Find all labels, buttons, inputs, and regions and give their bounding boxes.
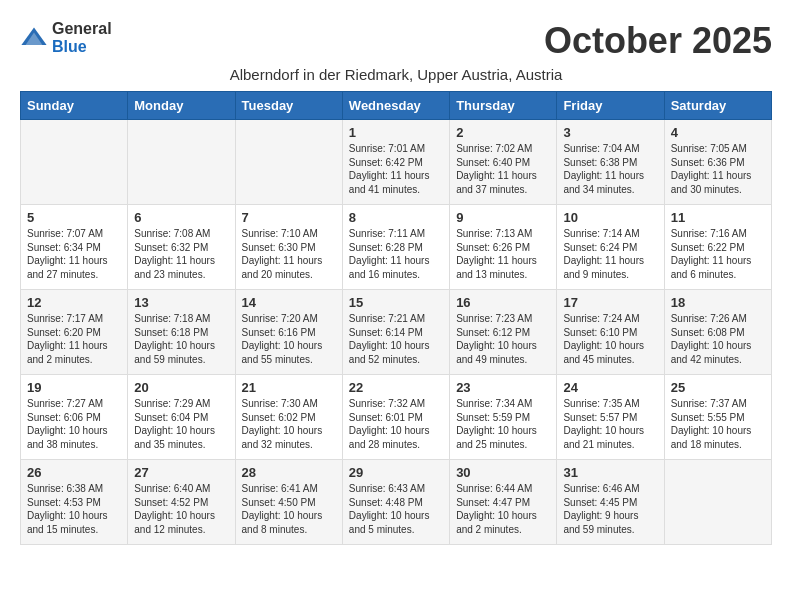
day-number: 1 — [349, 125, 443, 140]
calendar-day-cell — [21, 120, 128, 205]
day-number: 7 — [242, 210, 336, 225]
day-number: 22 — [349, 380, 443, 395]
day-info: Sunrise: 7:23 AM Sunset: 6:12 PM Dayligh… — [456, 312, 550, 366]
calendar-day-cell: 27Sunrise: 6:40 AM Sunset: 4:52 PM Dayli… — [128, 460, 235, 545]
calendar-week-row: 19Sunrise: 7:27 AM Sunset: 6:06 PM Dayli… — [21, 375, 772, 460]
page-header: General Blue October 2025 — [20, 20, 772, 62]
day-info: Sunrise: 7:01 AM Sunset: 6:42 PM Dayligh… — [349, 142, 443, 196]
day-number: 11 — [671, 210, 765, 225]
day-info: Sunrise: 7:30 AM Sunset: 6:02 PM Dayligh… — [242, 397, 336, 451]
day-number: 10 — [563, 210, 657, 225]
calendar-day-cell: 10Sunrise: 7:14 AM Sunset: 6:24 PM Dayli… — [557, 205, 664, 290]
calendar-day-cell: 4Sunrise: 7:05 AM Sunset: 6:36 PM Daylig… — [664, 120, 771, 205]
calendar-day-cell: 17Sunrise: 7:24 AM Sunset: 6:10 PM Dayli… — [557, 290, 664, 375]
day-number: 5 — [27, 210, 121, 225]
day-info: Sunrise: 6:46 AM Sunset: 4:45 PM Dayligh… — [563, 482, 657, 536]
logo-icon — [20, 24, 48, 52]
calendar-day-cell: 28Sunrise: 6:41 AM Sunset: 4:50 PM Dayli… — [235, 460, 342, 545]
day-info: Sunrise: 7:34 AM Sunset: 5:59 PM Dayligh… — [456, 397, 550, 451]
calendar-day-cell: 11Sunrise: 7:16 AM Sunset: 6:22 PM Dayli… — [664, 205, 771, 290]
day-info: Sunrise: 7:10 AM Sunset: 6:30 PM Dayligh… — [242, 227, 336, 281]
day-number: 26 — [27, 465, 121, 480]
logo: General Blue — [20, 20, 112, 55]
calendar-subtitle: Alberndorf in der Riedmark, Upper Austri… — [20, 66, 772, 83]
day-info: Sunrise: 7:07 AM Sunset: 6:34 PM Dayligh… — [27, 227, 121, 281]
day-info: Sunrise: 7:17 AM Sunset: 6:20 PM Dayligh… — [27, 312, 121, 366]
day-number: 18 — [671, 295, 765, 310]
calendar-day-cell: 21Sunrise: 7:30 AM Sunset: 6:02 PM Dayli… — [235, 375, 342, 460]
day-info: Sunrise: 6:44 AM Sunset: 4:47 PM Dayligh… — [456, 482, 550, 536]
calendar-day-cell: 12Sunrise: 7:17 AM Sunset: 6:20 PM Dayli… — [21, 290, 128, 375]
day-number: 23 — [456, 380, 550, 395]
calendar-day-cell: 2Sunrise: 7:02 AM Sunset: 6:40 PM Daylig… — [450, 120, 557, 205]
day-number: 15 — [349, 295, 443, 310]
calendar-day-cell: 22Sunrise: 7:32 AM Sunset: 6:01 PM Dayli… — [342, 375, 449, 460]
day-number: 12 — [27, 295, 121, 310]
day-of-week-header: Tuesday — [235, 92, 342, 120]
day-info: Sunrise: 7:05 AM Sunset: 6:36 PM Dayligh… — [671, 142, 765, 196]
day-info: Sunrise: 7:16 AM Sunset: 6:22 PM Dayligh… — [671, 227, 765, 281]
day-number: 31 — [563, 465, 657, 480]
month-title: October 2025 — [544, 20, 772, 62]
calendar-day-cell: 19Sunrise: 7:27 AM Sunset: 6:06 PM Dayli… — [21, 375, 128, 460]
day-info: Sunrise: 7:26 AM Sunset: 6:08 PM Dayligh… — [671, 312, 765, 366]
calendar-day-cell: 18Sunrise: 7:26 AM Sunset: 6:08 PM Dayli… — [664, 290, 771, 375]
calendar-table: SundayMondayTuesdayWednesdayThursdayFrid… — [20, 91, 772, 545]
calendar-day-cell: 1Sunrise: 7:01 AM Sunset: 6:42 PM Daylig… — [342, 120, 449, 205]
calendar-day-cell: 26Sunrise: 6:38 AM Sunset: 4:53 PM Dayli… — [21, 460, 128, 545]
day-of-week-header: Sunday — [21, 92, 128, 120]
calendar-day-cell: 6Sunrise: 7:08 AM Sunset: 6:32 PM Daylig… — [128, 205, 235, 290]
day-number: 14 — [242, 295, 336, 310]
day-of-week-header: Wednesday — [342, 92, 449, 120]
day-info: Sunrise: 7:04 AM Sunset: 6:38 PM Dayligh… — [563, 142, 657, 196]
day-info: Sunrise: 7:29 AM Sunset: 6:04 PM Dayligh… — [134, 397, 228, 451]
logo-general: General — [52, 20, 112, 38]
logo-blue: Blue — [52, 38, 112, 56]
day-info: Sunrise: 6:40 AM Sunset: 4:52 PM Dayligh… — [134, 482, 228, 536]
day-number: 29 — [349, 465, 443, 480]
day-info: Sunrise: 7:13 AM Sunset: 6:26 PM Dayligh… — [456, 227, 550, 281]
day-of-week-header: Thursday — [450, 92, 557, 120]
day-number: 20 — [134, 380, 228, 395]
day-number: 17 — [563, 295, 657, 310]
day-number: 25 — [671, 380, 765, 395]
day-number: 2 — [456, 125, 550, 140]
day-number: 3 — [563, 125, 657, 140]
day-number: 13 — [134, 295, 228, 310]
day-number: 28 — [242, 465, 336, 480]
calendar-week-row: 12Sunrise: 7:17 AM Sunset: 6:20 PM Dayli… — [21, 290, 772, 375]
logo-text: General Blue — [52, 20, 112, 55]
calendar-day-cell: 15Sunrise: 7:21 AM Sunset: 6:14 PM Dayli… — [342, 290, 449, 375]
day-of-week-header: Monday — [128, 92, 235, 120]
day-info: Sunrise: 7:18 AM Sunset: 6:18 PM Dayligh… — [134, 312, 228, 366]
calendar-day-cell: 16Sunrise: 7:23 AM Sunset: 6:12 PM Dayli… — [450, 290, 557, 375]
day-info: Sunrise: 7:32 AM Sunset: 6:01 PM Dayligh… — [349, 397, 443, 451]
day-info: Sunrise: 6:43 AM Sunset: 4:48 PM Dayligh… — [349, 482, 443, 536]
day-info: Sunrise: 7:24 AM Sunset: 6:10 PM Dayligh… — [563, 312, 657, 366]
day-of-week-header: Friday — [557, 92, 664, 120]
day-info: Sunrise: 7:02 AM Sunset: 6:40 PM Dayligh… — [456, 142, 550, 196]
day-number: 6 — [134, 210, 228, 225]
day-number: 9 — [456, 210, 550, 225]
day-info: Sunrise: 7:14 AM Sunset: 6:24 PM Dayligh… — [563, 227, 657, 281]
day-number: 19 — [27, 380, 121, 395]
calendar-day-cell: 30Sunrise: 6:44 AM Sunset: 4:47 PM Dayli… — [450, 460, 557, 545]
calendar-day-cell: 3Sunrise: 7:04 AM Sunset: 6:38 PM Daylig… — [557, 120, 664, 205]
calendar-day-cell: 8Sunrise: 7:11 AM Sunset: 6:28 PM Daylig… — [342, 205, 449, 290]
day-number: 4 — [671, 125, 765, 140]
calendar-day-cell: 31Sunrise: 6:46 AM Sunset: 4:45 PM Dayli… — [557, 460, 664, 545]
day-number: 24 — [563, 380, 657, 395]
calendar-week-row: 5Sunrise: 7:07 AM Sunset: 6:34 PM Daylig… — [21, 205, 772, 290]
calendar-day-cell — [128, 120, 235, 205]
day-info: Sunrise: 7:11 AM Sunset: 6:28 PM Dayligh… — [349, 227, 443, 281]
calendar-day-cell: 7Sunrise: 7:10 AM Sunset: 6:30 PM Daylig… — [235, 205, 342, 290]
calendar-week-row: 1Sunrise: 7:01 AM Sunset: 6:42 PM Daylig… — [21, 120, 772, 205]
day-number: 30 — [456, 465, 550, 480]
calendar-day-cell: 25Sunrise: 7:37 AM Sunset: 5:55 PM Dayli… — [664, 375, 771, 460]
day-number: 27 — [134, 465, 228, 480]
day-info: Sunrise: 7:35 AM Sunset: 5:57 PM Dayligh… — [563, 397, 657, 451]
day-info: Sunrise: 7:20 AM Sunset: 6:16 PM Dayligh… — [242, 312, 336, 366]
day-of-week-header: Saturday — [664, 92, 771, 120]
calendar-day-cell: 9Sunrise: 7:13 AM Sunset: 6:26 PM Daylig… — [450, 205, 557, 290]
day-number: 16 — [456, 295, 550, 310]
